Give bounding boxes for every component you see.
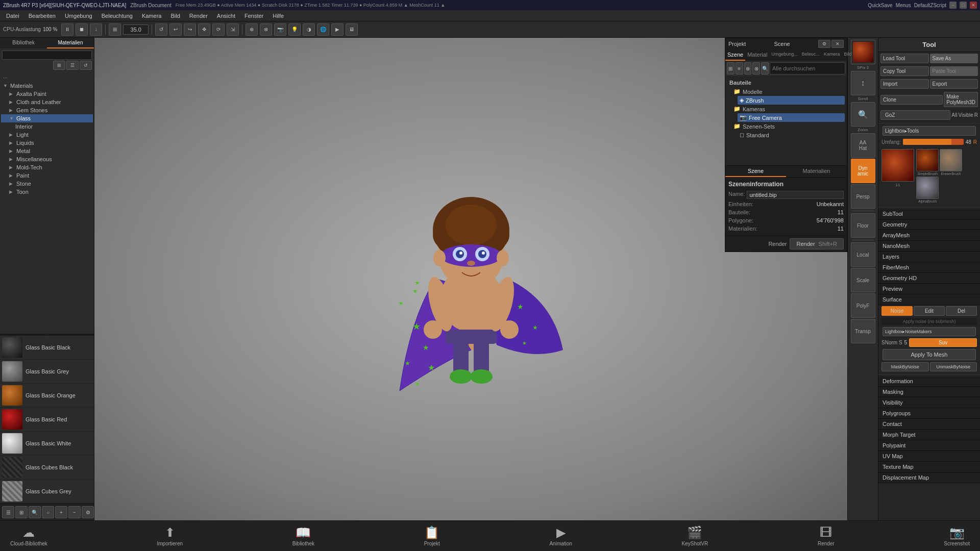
bottom-bibliothek[interactable]: 📖 Bibliothek — [292, 525, 314, 546]
del-button[interactable]: Del — [946, 306, 977, 316]
search-input[interactable] — [2, 51, 92, 60]
list-item[interactable]: Glass Basic Grey — [0, 360, 94, 384]
bottom-animation[interactable]: ▶ Animation — [549, 525, 572, 546]
bottom-keyshotvr[interactable]: 🎬 KeyShotVR — [682, 525, 708, 546]
tab-umgebung-s[interactable]: Umgebung... — [769, 49, 800, 61]
tb-camera[interactable]: 📷 — [274, 23, 286, 36]
tree-item-liquids[interactable]: ▶ Liquids — [1, 139, 93, 147]
lightbox-noise-button[interactable]: Lightbox▸NoiseMakers — [883, 327, 976, 336]
bottom-render[interactable]: 🎞 Render — [818, 525, 835, 546]
preview-section[interactable]: Preview — [878, 284, 980, 294]
menu-bearbeiten[interactable]: Bearbeiten — [24, 12, 60, 20]
tree-item-metal[interactable]: ▶ Metal — [1, 147, 93, 155]
list-item[interactable]: Glass Cubes Black — [0, 456, 94, 480]
main-brush-thumb[interactable] — [881, 149, 914, 182]
unmask-by-noise-button[interactable]: UnmaskByNoise — [930, 362, 977, 371]
export-button[interactable]: Export — [930, 79, 978, 89]
scene-tb-4[interactable]: ⊗ — [752, 62, 760, 74]
brush-thumb-alpha[interactable] — [916, 177, 939, 199]
aahat-btn[interactable]: AAHat — [851, 133, 875, 158]
tab-bibliothek[interactable]: Bibliothek — [0, 38, 47, 48]
stop-button[interactable]: ⏹ — [76, 23, 88, 36]
lightbox-tools-button[interactable]: Lightbox▸Tools — [883, 126, 976, 136]
name-input[interactable] — [747, 191, 844, 199]
polyf-btn[interactable]: PolyF — [851, 293, 875, 318]
scene-panel-settings[interactable]: ⚙ — [818, 40, 830, 48]
tree-item-axalta[interactable]: ▶ Axalta Paint — [1, 90, 93, 98]
tab-szene[interactable]: Szene — [725, 49, 745, 61]
tree-free-camera[interactable]: 📷 Free Camera — [738, 113, 845, 122]
make-polymesh-button[interactable]: Make PolyMesh3D — [944, 92, 978, 107]
menu-fenster[interactable]: Fenster — [240, 12, 267, 20]
tree-zbrush[interactable]: ◈ ZBrush — [738, 96, 845, 105]
deformation-section[interactable]: Deformation — [878, 376, 980, 387]
tb-render-btn[interactable]: ▶ — [331, 23, 344, 36]
left-list-icon[interactable]: ☰ — [2, 506, 14, 518]
tab-kamera-s[interactable]: Kamera — [822, 49, 842, 61]
minimize-button[interactable]: − — [949, 2, 957, 9]
brush-thumb-eraser[interactable] — [940, 149, 962, 171]
bottom-tab-materialien[interactable]: Materialien — [786, 166, 847, 177]
morph-target-section[interactable]: Morph Target — [878, 430, 980, 440]
displacement-map-section[interactable]: Displacement Map — [878, 472, 980, 483]
scroll-btn[interactable]: ↕ — [851, 71, 875, 95]
list-item[interactable]: Glass Cubes Grey — [0, 480, 94, 504]
tb-material[interactable]: ◑ — [303, 23, 315, 36]
zoom-input[interactable] — [123, 24, 149, 35]
geometry-hd-section[interactable]: Geometry HD — [878, 273, 980, 284]
scene-tb-1[interactable]: ⊞ — [727, 62, 734, 74]
tree-item-mold[interactable]: ▶ Mold-Tech — [1, 163, 93, 171]
grid-button[interactable]: ⊞ — [109, 23, 121, 36]
left-zoom-out[interactable]: − — [68, 506, 81, 518]
tb-env[interactable]: 🌐 — [317, 23, 329, 36]
tab-materialien[interactable]: Materialien — [47, 38, 94, 48]
layers-section[interactable]: Layers — [878, 252, 980, 262]
tb-undo[interactable]: ↩ — [169, 23, 182, 36]
pause-button[interactable]: ⏸ — [61, 23, 74, 36]
menu-beleuchtung[interactable]: Beleuchtung — [97, 12, 137, 20]
list-item[interactable]: Glass Basic Red — [0, 408, 94, 432]
tb-snap[interactable]: ⊕ — [246, 23, 258, 36]
dynamic-btn[interactable]: Dynamic — [851, 159, 875, 183]
tab-beleuc-s[interactable]: Beleuc... — [800, 49, 822, 61]
scene-tb-3[interactable]: ⊕ — [744, 62, 752, 74]
tb-reset[interactable]: ↺ — [155, 23, 167, 36]
tree-item-interior[interactable]: Interior — [1, 122, 93, 131]
tree-item-stone[interactable]: ▶ Stone — [1, 180, 93, 188]
quicksave-label[interactable]: QuickSave — [868, 3, 892, 8]
list-item[interactable]: Glass Basic Black — [0, 336, 94, 360]
save-as-button[interactable]: Save As — [930, 54, 978, 63]
tb-redo[interactable]: ↪ — [184, 23, 196, 36]
left-search-icon[interactable]: 🔍 — [29, 506, 41, 518]
tree-item-downloads[interactable]: ··· — [1, 74, 93, 82]
apply-mesh-button[interactable]: Apply To Mesh — [883, 349, 976, 360]
texture-map-section[interactable]: Texture Map — [878, 462, 980, 472]
brush-thumb-simple[interactable] — [916, 149, 939, 171]
edit-button[interactable]: Edit — [914, 306, 945, 316]
bottom-screenshot[interactable]: 📷 Screenshot — [944, 525, 970, 546]
scene-search-input[interactable] — [770, 62, 845, 74]
bottom-cloud[interactable]: ☁ Cloud-Bibliothek — [10, 525, 47, 546]
material-preview-btn[interactable] — [851, 40, 875, 64]
search-grid-view[interactable]: ⊞ — [53, 61, 65, 70]
goz-button[interactable]: GoZ — [880, 110, 950, 120]
menu-ansicht[interactable]: Ansicht — [213, 12, 239, 20]
bottom-tab-szene[interactable]: Szene — [725, 166, 786, 177]
tree-item-materials[interactable]: ▼ Materials — [1, 82, 93, 90]
tree-szenen-sets[interactable]: 📁 Szenen-Sets — [731, 122, 845, 131]
tb-move[interactable]: ✥ — [198, 23, 210, 36]
tab-material-s[interactable]: Material — [745, 49, 769, 61]
import-button[interactable]: Import — [880, 79, 929, 89]
menus-btn[interactable]: Menus — [896, 3, 911, 8]
arrow-button[interactable]: ↓ — [90, 23, 102, 36]
tb-magnet[interactable]: ⊗ — [260, 23, 272, 36]
paste-tool-button[interactable]: Paste Tool — [930, 66, 978, 76]
menu-kamera[interactable]: Kamera — [138, 12, 166, 20]
tb-light[interactable]: 💡 — [288, 23, 301, 36]
scene-panel-close[interactable]: ✕ — [831, 40, 844, 48]
geometry-section[interactable]: Geometry — [878, 219, 980, 230]
tree-item-toon[interactable]: ▶ Toon — [1, 188, 93, 196]
fiber-mesh-section[interactable]: FiberMesh — [878, 262, 980, 273]
umfang-slider-track[interactable] — [903, 139, 964, 145]
search-list-view[interactable]: ☰ — [66, 61, 79, 70]
